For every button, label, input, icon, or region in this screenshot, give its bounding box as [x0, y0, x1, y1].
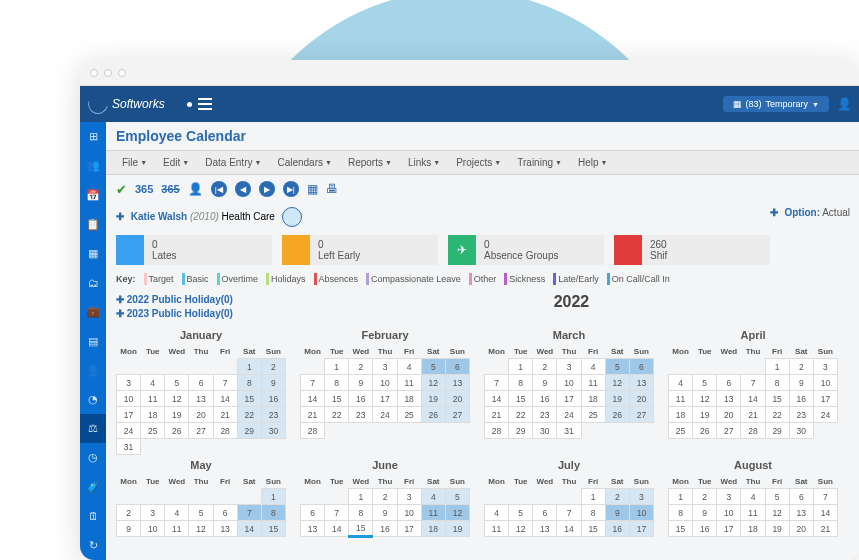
day-cell[interactable]: 12 — [165, 391, 189, 407]
person-icon[interactable]: 👤 — [188, 182, 203, 196]
day-cell[interactable]: 15 — [669, 521, 693, 537]
day-cell[interactable]: 14 — [741, 391, 765, 407]
menu-help[interactable]: Help▼ — [572, 155, 614, 170]
menu-file[interactable]: File▼ — [116, 155, 153, 170]
day-cell[interactable]: 31 — [117, 439, 141, 455]
day-cell[interactable]: 23 — [261, 407, 285, 423]
day-cell[interactable]: 6 — [445, 359, 469, 375]
day-cell[interactable]: 4 — [165, 505, 189, 521]
day-cell[interactable]: 15 — [765, 391, 789, 407]
day-cell[interactable]: 11 — [165, 521, 189, 537]
day-cell[interactable]: 10 — [557, 375, 581, 391]
day-cell[interactable]: 14 — [213, 391, 237, 407]
day-cell[interactable]: 28 — [741, 423, 765, 439]
day-cell[interactable]: 3 — [813, 359, 837, 375]
day-cell[interactable]: 14 — [301, 391, 325, 407]
day-cell[interactable]: 15 — [509, 391, 533, 407]
sidebar-item-schedule[interactable]: 🗓 — [80, 502, 106, 531]
day-cell[interactable]: 4 — [141, 375, 165, 391]
day-cell[interactable]: 12 — [605, 375, 629, 391]
day-cell[interactable]: 26 — [421, 407, 445, 423]
day-cell[interactable]: 5 — [765, 489, 789, 505]
public-holiday-link[interactable]: ✚ 2023 Public Holiday(0) — [116, 307, 233, 321]
day-cell[interactable]: 18 — [141, 407, 165, 423]
day-cell[interactable]: 6 — [629, 359, 653, 375]
day-cell[interactable]: 5 — [605, 359, 629, 375]
day-cell[interactable]: 8 — [349, 505, 373, 521]
day-cell[interactable]: 17 — [629, 521, 653, 537]
day-cell[interactable]: 12 — [421, 375, 445, 391]
day-cell[interactable]: 8 — [237, 375, 261, 391]
hamburger-icon[interactable] — [198, 98, 212, 110]
day-cell[interactable]: 2 — [349, 359, 373, 375]
day-cell[interactable]: 10 — [629, 505, 653, 521]
day-cell[interactable]: 19 — [765, 521, 789, 537]
day-cell[interactable]: 22 — [237, 407, 261, 423]
day-cell[interactable]: 30 — [789, 423, 813, 439]
sidebar-item-org[interactable]: ⊞ — [80, 122, 106, 151]
sidebar-item-cards[interactable]: 🗂 — [80, 268, 106, 297]
day-cell[interactable]: 17 — [117, 407, 141, 423]
day-cell[interactable]: 15 — [261, 521, 285, 537]
day-cell[interactable]: 13 — [301, 521, 325, 537]
day-cell[interactable]: 25 — [397, 407, 421, 423]
sidebar-item-usergear[interactable]: 👤 — [80, 356, 106, 385]
day-cell[interactable]: 10 — [813, 375, 837, 391]
day-cell[interactable]: 18 — [397, 391, 421, 407]
day-cell[interactable]: 6 — [533, 505, 557, 521]
day-cell[interactable]: 1 — [509, 359, 533, 375]
day-cell[interactable]: 13 — [533, 521, 557, 537]
day-cell[interactable]: 13 — [629, 375, 653, 391]
day-cell[interactable]: 20 — [629, 391, 653, 407]
day-cell[interactable]: 10 — [373, 375, 397, 391]
menu-data-entry[interactable]: Data Entry▼ — [199, 155, 267, 170]
day-cell[interactable]: 26 — [165, 423, 189, 439]
day-cell[interactable]: 10 — [141, 521, 165, 537]
day-cell[interactable]: 19 — [165, 407, 189, 423]
day-cell[interactable]: 6 — [189, 375, 213, 391]
employee-name[interactable]: Katie Walsh — [131, 211, 187, 222]
day-cell[interactable]: 15 — [237, 391, 261, 407]
day-cell[interactable]: 6 — [213, 505, 237, 521]
day-cell[interactable]: 3 — [629, 489, 653, 505]
view-365[interactable]: 365 — [135, 183, 153, 195]
day-cell[interactable]: 19 — [421, 391, 445, 407]
sidebar-item-timer[interactable]: ◔ — [80, 385, 106, 414]
day-cell[interactable]: 11 — [485, 521, 509, 537]
avatar[interactable] — [282, 207, 302, 227]
day-cell[interactable]: 11 — [141, 391, 165, 407]
sidebar-item-refresh[interactable]: ↻ — [80, 531, 106, 560]
day-cell[interactable]: 21 — [213, 407, 237, 423]
sidebar-item-case[interactable]: 🧳 — [80, 472, 106, 501]
expand-option-icon[interactable]: ✚ — [770, 207, 778, 218]
day-cell[interactable]: 14 — [813, 505, 837, 521]
day-cell[interactable]: 11 — [397, 375, 421, 391]
day-cell[interactable]: 13 — [213, 521, 237, 537]
day-cell[interactable]: 18 — [741, 521, 765, 537]
day-cell[interactable]: 6 — [789, 489, 813, 505]
menu-training[interactable]: Training▼ — [511, 155, 568, 170]
day-cell[interactable]: 23 — [789, 407, 813, 423]
day-cell[interactable]: 11 — [741, 505, 765, 521]
day-cell[interactable]: 17 — [397, 521, 421, 537]
day-cell[interactable]: 1 — [669, 489, 693, 505]
day-cell[interactable]: 1 — [237, 359, 261, 375]
day-cell[interactable]: 1 — [765, 359, 789, 375]
print-icon[interactable]: 🖶 — [326, 182, 338, 196]
day-cell[interactable]: 9 — [261, 375, 285, 391]
day-cell[interactable]: 8 — [581, 505, 605, 521]
day-cell[interactable]: 15 — [349, 521, 373, 537]
day-cell[interactable]: 7 — [485, 375, 509, 391]
sidebar-item-clock[interactable]: ◷ — [80, 443, 106, 472]
user-icon[interactable]: 👤 — [837, 97, 852, 111]
day-cell[interactable]: 16 — [373, 521, 397, 537]
day-cell[interactable]: 4 — [581, 359, 605, 375]
day-cell[interactable]: 24 — [813, 407, 837, 423]
day-cell[interactable]: 9 — [693, 505, 717, 521]
day-cell[interactable]: 5 — [445, 489, 469, 505]
day-cell[interactable]: 27 — [629, 407, 653, 423]
day-cell[interactable]: 7 — [325, 505, 349, 521]
expand-icon[interactable]: ✚ — [116, 211, 124, 222]
day-cell[interactable]: 8 — [325, 375, 349, 391]
day-cell[interactable]: 4 — [397, 359, 421, 375]
